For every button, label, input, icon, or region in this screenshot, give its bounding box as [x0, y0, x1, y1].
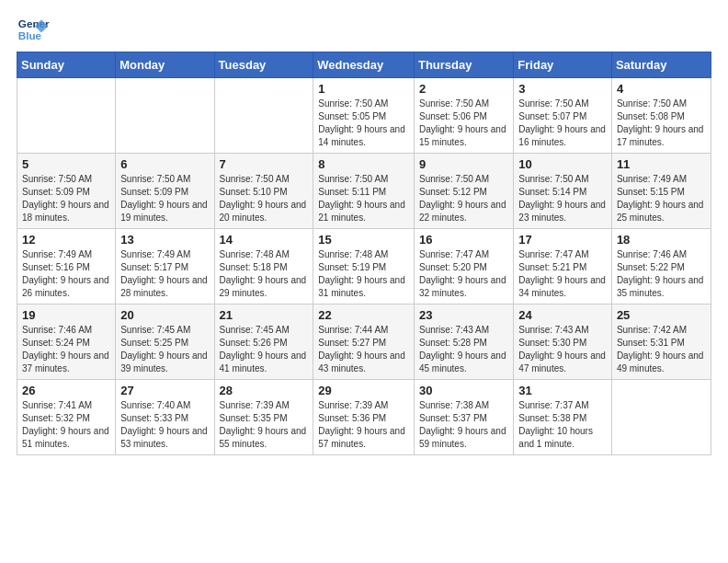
day-cell: 6Sunrise: 7:50 AMSunset: 5:09 PMDaylight…: [116, 154, 214, 229]
header: General Blue: [17, 9, 711, 46]
day-number: 22: [318, 308, 409, 322]
day-info: Sunrise: 7:47 AMSunset: 5:21 PMDaylight:…: [518, 248, 607, 300]
day-number: 2: [419, 82, 508, 96]
day-info: Sunrise: 7:49 AMSunset: 5:15 PMDaylight:…: [617, 173, 706, 224]
day-number: 20: [120, 308, 209, 322]
day-cell: 21Sunrise: 7:45 AMSunset: 5:26 PMDayligh…: [214, 304, 313, 380]
day-number: 19: [22, 308, 110, 322]
weekday-header-monday: Monday: [116, 52, 214, 78]
day-info: Sunrise: 7:50 AMSunset: 5:14 PMDaylight:…: [518, 173, 607, 224]
day-cell: 23Sunrise: 7:43 AMSunset: 5:28 PMDayligh…: [414, 304, 513, 380]
week-row-3: 19Sunrise: 7:46 AMSunset: 5:24 PMDayligh…: [17, 304, 711, 380]
weekday-header-wednesday: Wednesday: [313, 52, 415, 78]
day-cell: 31Sunrise: 7:37 AMSunset: 5:38 PMDayligh…: [514, 380, 612, 455]
day-number: 15: [318, 233, 409, 247]
day-cell: 7Sunrise: 7:50 AMSunset: 5:10 PMDaylight…: [214, 154, 313, 229]
day-cell: 20Sunrise: 7:45 AMSunset: 5:25 PMDayligh…: [116, 304, 214, 380]
day-cell: [17, 78, 116, 154]
week-row-2: 12Sunrise: 7:49 AMSunset: 5:16 PMDayligh…: [17, 229, 711, 304]
day-number: 12: [22, 233, 110, 247]
day-number: 30: [419, 384, 508, 397]
day-cell: 5Sunrise: 7:50 AMSunset: 5:09 PMDaylight…: [17, 154, 116, 229]
day-cell: 14Sunrise: 7:48 AMSunset: 5:18 PMDayligh…: [214, 229, 313, 304]
day-cell: 12Sunrise: 7:49 AMSunset: 5:16 PMDayligh…: [17, 229, 116, 304]
day-info: Sunrise: 7:50 AMSunset: 5:11 PMDaylight:…: [318, 173, 409, 224]
day-number: 7: [220, 157, 309, 171]
day-info: Sunrise: 7:47 AMSunset: 5:20 PMDaylight:…: [419, 248, 508, 300]
day-info: Sunrise: 7:37 AMSunset: 5:38 PMDaylight:…: [518, 399, 607, 451]
day-number: 28: [220, 384, 309, 397]
day-number: 24: [518, 308, 607, 322]
day-number: 14: [220, 233, 309, 247]
day-cell: [611, 380, 711, 455]
day-info: Sunrise: 7:46 AMSunset: 5:22 PMDaylight:…: [617, 248, 706, 300]
day-number: 5: [22, 157, 110, 171]
day-cell: 3Sunrise: 7:50 AMSunset: 5:07 PMDaylight…: [514, 78, 612, 154]
weekday-header-friday: Friday: [514, 52, 612, 78]
day-cell: 22Sunrise: 7:44 AMSunset: 5:27 PMDayligh…: [313, 304, 415, 380]
day-cell: 9Sunrise: 7:50 AMSunset: 5:12 PMDaylight…: [414, 154, 513, 229]
day-info: Sunrise: 7:50 AMSunset: 5:08 PMDaylight:…: [617, 98, 706, 149]
day-cell: 13Sunrise: 7:49 AMSunset: 5:17 PMDayligh…: [116, 229, 214, 304]
day-number: 11: [617, 157, 706, 171]
day-info: Sunrise: 7:38 AMSunset: 5:37 PMDaylight:…: [419, 399, 508, 451]
day-cell: 27Sunrise: 7:40 AMSunset: 5:33 PMDayligh…: [116, 380, 214, 455]
calendar-table: SundayMondayTuesdayWednesdayThursdayFrid…: [17, 52, 711, 455]
day-info: Sunrise: 7:50 AMSunset: 5:10 PMDaylight:…: [220, 173, 309, 224]
day-number: 3: [518, 82, 607, 96]
day-info: Sunrise: 7:50 AMSunset: 5:09 PMDaylight:…: [22, 173, 110, 224]
day-number: 21: [220, 308, 309, 322]
day-number: 25: [617, 308, 706, 322]
day-info: Sunrise: 7:49 AMSunset: 5:16 PMDaylight:…: [22, 248, 110, 300]
day-number: 8: [318, 157, 409, 171]
day-number: 9: [419, 157, 508, 171]
day-cell: 26Sunrise: 7:41 AMSunset: 5:32 PMDayligh…: [17, 380, 116, 455]
day-number: 4: [617, 82, 706, 96]
day-number: 31: [518, 384, 607, 397]
weekday-header-saturday: Saturday: [611, 52, 711, 78]
day-info: Sunrise: 7:45 AMSunset: 5:26 PMDaylight:…: [220, 324, 309, 375]
day-number: 27: [120, 384, 209, 397]
day-cell: [214, 78, 313, 154]
day-info: Sunrise: 7:50 AMSunset: 5:12 PMDaylight:…: [419, 173, 508, 224]
day-info: Sunrise: 7:50 AMSunset: 5:07 PMDaylight:…: [518, 98, 607, 149]
calendar-page: General Blue SundayMondayTuesdayWednesda…: [0, 0, 728, 563]
day-number: 26: [22, 384, 110, 397]
day-info: Sunrise: 7:49 AMSunset: 5:17 PMDaylight:…: [120, 248, 209, 300]
logo-icon: General Blue: [17, 13, 50, 46]
day-cell: 1Sunrise: 7:50 AMSunset: 5:05 PMDaylight…: [313, 78, 415, 154]
day-cell: 28Sunrise: 7:39 AMSunset: 5:35 PMDayligh…: [214, 380, 313, 455]
day-info: Sunrise: 7:43 AMSunset: 5:28 PMDaylight:…: [419, 324, 508, 375]
week-row-0: 1Sunrise: 7:50 AMSunset: 5:05 PMDaylight…: [17, 78, 711, 154]
week-row-4: 26Sunrise: 7:41 AMSunset: 5:32 PMDayligh…: [17, 380, 711, 455]
day-info: Sunrise: 7:50 AMSunset: 5:06 PMDaylight:…: [419, 98, 508, 149]
day-number: 18: [617, 233, 706, 247]
weekday-header-thursday: Thursday: [414, 52, 513, 78]
day-info: Sunrise: 7:45 AMSunset: 5:25 PMDaylight:…: [120, 324, 209, 375]
day-cell: 2Sunrise: 7:50 AMSunset: 5:06 PMDaylight…: [414, 78, 513, 154]
day-cell: 29Sunrise: 7:39 AMSunset: 5:36 PMDayligh…: [313, 380, 415, 455]
weekday-header-sunday: Sunday: [17, 52, 116, 78]
day-number: 13: [120, 233, 209, 247]
day-number: 23: [419, 308, 508, 322]
day-cell: 4Sunrise: 7:50 AMSunset: 5:08 PMDaylight…: [611, 78, 711, 154]
day-cell: 19Sunrise: 7:46 AMSunset: 5:24 PMDayligh…: [17, 304, 116, 380]
day-cell: 10Sunrise: 7:50 AMSunset: 5:14 PMDayligh…: [514, 154, 612, 229]
day-number: 10: [518, 157, 607, 171]
day-info: Sunrise: 7:44 AMSunset: 5:27 PMDaylight:…: [318, 324, 409, 375]
logo: General Blue: [17, 13, 50, 46]
day-cell: 16Sunrise: 7:47 AMSunset: 5:20 PMDayligh…: [414, 229, 513, 304]
day-info: Sunrise: 7:48 AMSunset: 5:18 PMDaylight:…: [220, 248, 309, 300]
day-cell: 8Sunrise: 7:50 AMSunset: 5:11 PMDaylight…: [313, 154, 415, 229]
day-cell: 30Sunrise: 7:38 AMSunset: 5:37 PMDayligh…: [414, 380, 513, 455]
day-cell: 18Sunrise: 7:46 AMSunset: 5:22 PMDayligh…: [611, 229, 711, 304]
day-info: Sunrise: 7:39 AMSunset: 5:36 PMDaylight:…: [318, 399, 409, 451]
day-number: 16: [419, 233, 508, 247]
weekday-header-row: SundayMondayTuesdayWednesdayThursdayFrid…: [17, 52, 711, 78]
day-info: Sunrise: 7:48 AMSunset: 5:19 PMDaylight:…: [318, 248, 409, 300]
day-cell: 24Sunrise: 7:43 AMSunset: 5:30 PMDayligh…: [514, 304, 612, 380]
day-cell: 25Sunrise: 7:42 AMSunset: 5:31 PMDayligh…: [611, 304, 711, 380]
day-info: Sunrise: 7:50 AMSunset: 5:05 PMDaylight:…: [318, 98, 409, 149]
day-info: Sunrise: 7:39 AMSunset: 5:35 PMDaylight:…: [220, 399, 309, 451]
day-info: Sunrise: 7:40 AMSunset: 5:33 PMDaylight:…: [120, 399, 209, 451]
